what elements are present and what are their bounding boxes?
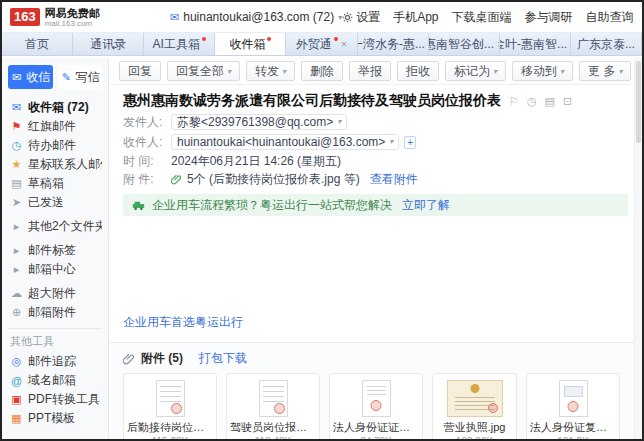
- account-selector[interactable]: ✉ huinantoukai@163.com (72) ▾: [170, 10, 342, 24]
- folder-mailbox-attachments[interactable]: ⊕邮箱附件: [8, 303, 102, 322]
- new-badge-dot: [334, 37, 338, 41]
- tab-inbox[interactable]: 收件箱: [215, 33, 286, 55]
- attachment-thumbnail: [436, 378, 513, 418]
- download-all-link[interactable]: 打包下载: [199, 350, 247, 367]
- scrollbar-thumb[interactable]: [636, 61, 641, 143]
- folder-list: ✉收件箱 (72) ⚑红旗邮件 ◷待办邮件 ★星标联系人邮件 ▤草稿箱 ➤已发送…: [8, 98, 102, 322]
- attachment-card[interactable]: 后勤接待岗位报... 115.23K: [123, 373, 217, 441]
- tool-label: PPT模板: [28, 410, 75, 427]
- compose-buttons: ✉ 收信 ✎ 写信: [8, 65, 102, 89]
- delete-button[interactable]: 删除: [301, 61, 343, 81]
- recipient-address[interactable]: huinantoukai<huinantoukai@163.com> ▾: [171, 134, 399, 150]
- tab-foreign-trade[interactable]: 外贸通×: [286, 33, 357, 55]
- promo-banner[interactable]: 企业用车流程繁琐？粤运出行一站式帮您解决 立即了解: [123, 194, 628, 216]
- close-icon[interactable]: ×: [341, 38, 347, 50]
- attachment-label: 附 件:: [123, 172, 171, 186]
- attachments-header: 附件 (5) 打包下载: [123, 350, 620, 367]
- tab-huinan-zhigu[interactable]: 惠南智谷创...×: [429, 33, 500, 55]
- tab-guangdong-jingtai[interactable]: 广东京泰...: [571, 33, 642, 55]
- folder-label: 邮箱附件: [28, 304, 76, 321]
- attachment-icon: ⊕: [10, 306, 23, 319]
- more-button[interactable]: 更 多▾: [579, 61, 631, 81]
- move-to-button[interactable]: 移动到▾: [512, 61, 573, 81]
- tool-mail-tracking[interactable]: ◎邮件追踪: [8, 352, 102, 371]
- menu-desktop-download[interactable]: 下载桌面端: [452, 9, 512, 26]
- menu-self-service[interactable]: 自助查询: [586, 9, 634, 26]
- compose-button[interactable]: ✎ 写信: [58, 65, 103, 89]
- menu-settings[interactable]: 设置: [342, 9, 380, 26]
- tab-yiwan-shuiwu[interactable]: 一湾水务-惠...×: [358, 33, 429, 55]
- tab-contacts[interactable]: 通讯录: [73, 33, 144, 55]
- folder-sent[interactable]: ➤已发送: [8, 193, 102, 212]
- attachment-card[interactable]: 法人身份证证照... 84.78K: [329, 373, 423, 441]
- tab-label: 金叶-惠南智...: [500, 36, 567, 53]
- folder-red-flag[interactable]: ⚑红旗邮件: [8, 117, 102, 136]
- add-contact-icon[interactable]: +: [404, 136, 416, 149]
- print-icon[interactable]: ▤: [544, 95, 554, 108]
- folder-starred-contacts[interactable]: ★星标联系人邮件: [8, 155, 102, 174]
- folder-inbox[interactable]: ✉收件箱 (72): [8, 98, 102, 117]
- open-new-window-icon[interactable]: ⊡: [563, 95, 572, 108]
- menu-mobile-app[interactable]: 手机App: [393, 9, 438, 26]
- chevron-down-icon: ▾: [389, 135, 393, 149]
- folder-large-attachments[interactable]: ☁超大附件: [8, 284, 102, 303]
- folder-drafts[interactable]: ▤草稿箱: [8, 174, 102, 193]
- reply-all-button[interactable]: 回复全部▾: [167, 61, 240, 81]
- time-value: 2024年06月21日 14:26 (星期五): [171, 154, 341, 168]
- to-label: 收件人:: [123, 135, 171, 149]
- logo-text: 网易免费邮 mail.163.com: [45, 7, 100, 28]
- clock-icon[interactable]: ◷: [527, 95, 537, 108]
- 163-mail-logo[interactable]: 163 网易免费邮 mail.163.com: [10, 7, 148, 28]
- folder-todo[interactable]: ◷待办邮件: [8, 136, 102, 155]
- chevron-right-icon: ▸: [10, 220, 23, 233]
- folder-label: 草稿箱: [28, 175, 64, 192]
- tool-domain-mailbox[interactable]: @域名邮箱: [8, 371, 102, 390]
- mark-as-button[interactable]: 标记为▾: [445, 61, 506, 81]
- attachment-card[interactable]: 驾驶员岗位报价... 113.43K: [226, 373, 320, 441]
- reply-all-label: 回复全部: [176, 63, 224, 80]
- tab-home[interactable]: 首页: [2, 33, 73, 55]
- report-button[interactable]: 举报: [349, 61, 391, 81]
- attachment-name: 法人身份证证照...: [333, 420, 419, 435]
- mail-app-window: 163 网易免费邮 mail.163.com ✉ huinantoukai@16…: [0, 0, 644, 441]
- flag-icon[interactable]: ⚐: [509, 95, 519, 108]
- tag-icon: ▸: [10, 244, 23, 257]
- folder-label: 其他2个文件夹: [28, 218, 102, 235]
- folder-label: 星标联系人邮件: [28, 156, 102, 173]
- view-attachments-link[interactable]: 查看附件: [370, 172, 418, 186]
- reject-button[interactable]: 拒收: [397, 61, 439, 81]
- menu-survey[interactable]: 参与调研: [525, 9, 573, 26]
- attachment-card[interactable]: 营业执照.jpg 182.06K: [432, 373, 517, 441]
- mail-body-link[interactable]: 企业用车首选粤运出行: [123, 314, 243, 331]
- attachment-card[interactable]: 法人身份证复印... 131.2K: [526, 373, 620, 441]
- sender-address[interactable]: 苏黎<2939761398@qq.com> ▾: [171, 114, 347, 130]
- scrollbar[interactable]: [634, 58, 642, 439]
- promo-learn-more-link[interactable]: 立即了解: [402, 197, 450, 214]
- folder-mail-labels[interactable]: ▸邮件标签: [8, 241, 102, 260]
- tab-label: 一湾水务-惠...: [358, 36, 425, 53]
- folder-label: 邮箱中心: [28, 261, 76, 278]
- attachment-row: 附 件: 5个 (后勤接待岗位报价表.jpg 等) 查看附件: [123, 172, 628, 186]
- mail-reading-pane: 回复 回复全部▾ 转发▾ 删除 举报 拒收 标记为▾ 移动到▾ 更 多▾ 安全浏…: [109, 58, 642, 439]
- tab-jinye-huinan[interactable]: 金叶-惠南智...×: [500, 33, 571, 55]
- tool-label: 邮件追踪: [28, 353, 76, 370]
- tool-pdf-converter[interactable]: ▣PDF转换工具: [8, 390, 102, 409]
- top-menu: 设置 手机App 下载桌面端 参与调研 自助查询 开通邮箱会员 618: [342, 8, 644, 27]
- tool-label: 域名邮箱: [28, 372, 76, 389]
- tools-list: ◎邮件追踪 @域名邮箱 ▣PDF转换工具 ▦PPT模板: [8, 352, 102, 428]
- tab-label: 广东京泰...: [577, 36, 635, 53]
- attachments-panel: 附件 (5) 打包下载 后勤接待岗位报... 115.23K 驾驶员岗位报价..…: [109, 342, 634, 439]
- forward-button[interactable]: 转发▾: [246, 61, 295, 81]
- top-header: 163 网易免费邮 mail.163.com ✉ huinantoukai@16…: [2, 2, 642, 32]
- receive-mail-button[interactable]: ✉ 收信: [8, 65, 53, 89]
- tab-ai-toolbox[interactable]: AI工具箱: [144, 33, 215, 55]
- mark-as-label: 标记为: [454, 63, 490, 80]
- attachment-thumbnail: [530, 378, 616, 418]
- reply-button[interactable]: 回复: [119, 61, 161, 81]
- folder-mail-center[interactable]: ▸邮箱中心: [8, 260, 102, 279]
- tool-ppt-templates[interactable]: ▦PPT模板: [8, 409, 102, 428]
- sender-value: 苏黎<2939761398@qq.com>: [177, 115, 333, 129]
- compose-label: 写信: [76, 69, 100, 86]
- folder-other-folders[interactable]: ▸其他2个文件夹: [8, 217, 102, 236]
- tab-label: 收件箱: [229, 36, 265, 53]
